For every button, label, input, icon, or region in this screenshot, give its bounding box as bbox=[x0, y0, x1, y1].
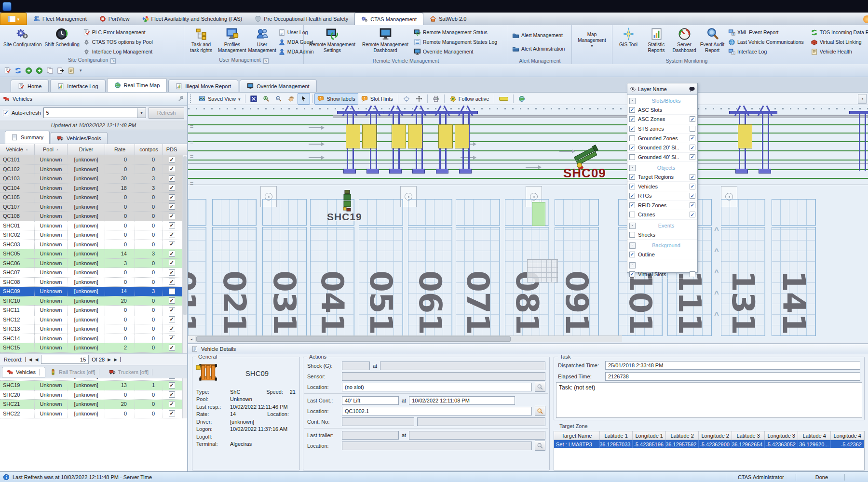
next-record-button[interactable] bbox=[108, 357, 111, 362]
vehicle-row[interactable]: SHC09 Unknown [unknown] 14 3 bbox=[0, 287, 187, 296]
layer-labels-checkbox[interactable] bbox=[690, 271, 695, 277]
location-input[interactable]: (no slot) bbox=[342, 383, 532, 391]
layer-row[interactable]: - bbox=[627, 261, 697, 270]
move-mode-button[interactable] bbox=[413, 93, 425, 105]
shock-time-input[interactable] bbox=[380, 362, 545, 370]
previous-record-button[interactable] bbox=[35, 357, 38, 362]
ribbon-large-button[interactable]: Profiles Management bbox=[216, 27, 248, 54]
layer-row[interactable]: - Vehicles bbox=[627, 182, 697, 191]
last-container-time-input[interactable]: 10/02/2022 12:11:08 PM bbox=[409, 396, 515, 405]
ribbon-small-button[interactable]: Virtual Slot Linking bbox=[811, 37, 868, 47]
record-number-input[interactable]: 15 bbox=[41, 355, 89, 364]
pds-checkbox[interactable] bbox=[169, 166, 175, 172]
ribbon-small-button[interactable]: Last Vehicle Communications bbox=[728, 37, 804, 47]
quick-access-button[interactable] bbox=[24, 66, 33, 75]
application-menu-button[interactable] bbox=[0, 13, 27, 25]
ribbon-large-button[interactable]: User Management bbox=[248, 27, 276, 54]
layer-visibility-checkbox[interactable] bbox=[629, 107, 635, 113]
ribbon-tab[interactable]: Fleet Availability and Scheduling (FAS) bbox=[136, 13, 249, 25]
layer-visibility-checkbox[interactable] bbox=[629, 116, 635, 122]
layer-visibility-checkbox[interactable] bbox=[629, 126, 635, 132]
ribbon-tab[interactable]: SatWeb 2.0 bbox=[423, 13, 473, 25]
auto-refresh-input[interactable]: 5 bbox=[43, 107, 146, 118]
pds-checkbox[interactable] bbox=[169, 316, 175, 322]
container-number-input2[interactable] bbox=[417, 417, 545, 426]
ribbon-small-button[interactable]: Remote Management States Log bbox=[414, 37, 497, 47]
dialog-launcher-icon[interactable]: ↘ bbox=[263, 58, 269, 64]
vehicle-row[interactable]: SHC10 Unknown [unknown] 20 0 bbox=[0, 296, 187, 306]
vehicle-icon-shc19[interactable] bbox=[343, 190, 351, 212]
vehicle-row[interactable]: SHC15 Unknown [unknown] 2 0 bbox=[0, 343, 187, 353]
chevron-down-icon[interactable] bbox=[137, 108, 146, 118]
container-location-search-button[interactable] bbox=[535, 406, 545, 416]
layer-row[interactable]: - ASC Slots bbox=[627, 106, 697, 115]
pds-checkbox[interactable] bbox=[169, 213, 175, 219]
pin-icon[interactable] bbox=[177, 95, 184, 102]
layer-row[interactable]: - Outline bbox=[627, 250, 697, 260]
layer-row[interactable]: - RFID Zones bbox=[627, 201, 697, 211]
last-container-input[interactable]: 40' Lift bbox=[342, 396, 399, 405]
pds-checkbox[interactable] bbox=[169, 401, 175, 407]
dialog-launcher-icon[interactable]: ↘ bbox=[110, 58, 116, 64]
refresh-button[interactable]: Refresh bbox=[149, 107, 184, 119]
pds-checkbox[interactable] bbox=[169, 279, 175, 285]
last-record-button[interactable] bbox=[114, 357, 121, 362]
toolbar-overflow-icon[interactable] bbox=[80, 68, 82, 73]
pds-checkbox[interactable] bbox=[169, 297, 175, 304]
fit-to-window-button[interactable] bbox=[247, 93, 260, 105]
bottom-tab[interactable]: Vehicles bbox=[2, 367, 45, 377]
vehicle-table-header[interactable]: VehiclePoolDriverRatecontposPDS bbox=[0, 144, 187, 155]
ribbon-large-button[interactable]: Task and task rights bbox=[186, 27, 216, 54]
elapsed-time-input[interactable]: 2126738 bbox=[605, 372, 860, 381]
layer-row[interactable]: - STS zones bbox=[627, 124, 697, 134]
vehicle-row[interactable]: SHC07 Unknown [unknown] 0 0 bbox=[0, 268, 187, 278]
layer-row[interactable]: - Objects bbox=[627, 163, 697, 173]
quick-access-button[interactable] bbox=[34, 66, 44, 75]
layer-visibility-checkbox[interactable] bbox=[629, 252, 635, 257]
saved-view-button[interactable]: Saved View bbox=[196, 93, 243, 105]
pds-checkbox[interactable] bbox=[169, 203, 175, 210]
vehicle-row[interactable]: SHC22 Unknown [unknown] 0 0 bbox=[0, 409, 187, 419]
shock-input[interactable] bbox=[342, 362, 370, 370]
layer-labels-checkbox[interactable] bbox=[690, 116, 695, 122]
layer-visibility-checkbox[interactable] bbox=[629, 193, 635, 199]
pds-checkbox[interactable] bbox=[169, 345, 175, 351]
eye-icon[interactable] bbox=[629, 86, 636, 93]
collapse-icon[interactable]: - bbox=[629, 262, 636, 268]
document-tab[interactable]: Override Management bbox=[240, 80, 316, 92]
ribbon-small-button[interactable]: Remote Management Status bbox=[414, 27, 497, 37]
vehicle-row[interactable]: SHC01 Unknown [unknown] 0 0 bbox=[0, 221, 187, 231]
quick-access-button[interactable] bbox=[66, 66, 76, 75]
collapse-icon[interactable]: - bbox=[629, 165, 636, 171]
ribbon-large-button[interactable]: Site Configuration bbox=[2, 27, 43, 49]
pds-checkbox[interactable] bbox=[169, 391, 175, 398]
target-zone-header[interactable]: Target NameLatitude 1Longitude 1Latitude… bbox=[554, 431, 864, 440]
horizontal-scrollbar[interactable] bbox=[188, 335, 622, 342]
layer-row[interactable]: - Events bbox=[627, 221, 697, 230]
ribbon-tab[interactable]: Fleet Management bbox=[27, 13, 93, 25]
layer-visibility-checkbox[interactable] bbox=[629, 271, 635, 277]
measure-button[interactable] bbox=[496, 93, 511, 105]
bottom-tab[interactable]: Truckers [off] bbox=[105, 367, 158, 377]
trailer-location-input[interactable] bbox=[342, 442, 532, 450]
vehicle-row[interactable]: QC105 Unknown [unknown] 0 0 bbox=[0, 193, 187, 202]
ribbon-small-button[interactable]: TOS Incoming Data Rep bbox=[811, 27, 868, 37]
dispatched-time-input[interactable]: 25/01/2018 2:33:48 PM bbox=[605, 361, 860, 370]
document-tab[interactable]: Real-Time Map bbox=[107, 78, 167, 92]
ribbon-small-button[interactable]: Vehicle Health bbox=[811, 47, 868, 56]
bottom-tab[interactable]: Rail Tracks [off] bbox=[45, 367, 105, 377]
document-tab[interactable]: Home bbox=[11, 80, 49, 92]
pds-checkbox[interactable] bbox=[169, 232, 175, 238]
collapse-icon[interactable]: - bbox=[629, 223, 636, 229]
layer-row[interactable]: - Shocks bbox=[627, 230, 697, 240]
collapse-toolbar-button[interactable] bbox=[858, 94, 867, 104]
ribbon-small-button[interactable]: CTAS TOS options by Pool bbox=[83, 37, 153, 47]
collapse-icon[interactable]: - bbox=[629, 242, 636, 249]
layer-row[interactable]: - Target Regions bbox=[627, 173, 697, 182]
layer-labels-checkbox[interactable] bbox=[690, 154, 695, 160]
layer-visibility-checkbox[interactable] bbox=[629, 232, 635, 238]
pds-checkbox[interactable] bbox=[169, 326, 175, 332]
pds-checkbox[interactable] bbox=[169, 288, 175, 295]
layer-labels-checkbox[interactable] bbox=[690, 202, 695, 208]
vehicle-row[interactable]: SHC12 Unknown [unknown] 0 0 bbox=[0, 315, 187, 325]
